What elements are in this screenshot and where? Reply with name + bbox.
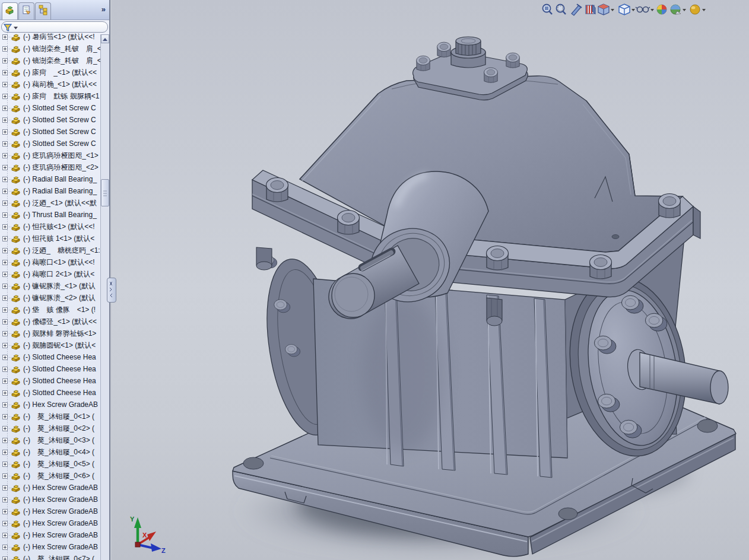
expand-icon[interactable] [2, 129, 8, 135]
heads-up-toolbar[interactable] [537, 2, 715, 17]
display-style-icon[interactable] [619, 4, 635, 15]
scroll-up-button[interactable] [101, 34, 109, 43]
tree-item[interactable]: (-) 镰铌豚溃_<2> (默认 [0, 292, 101, 304]
expand-icon[interactable] [2, 58, 8, 63]
tree-item[interactable]: (-) 镰铌豚溃_<1> (默认 [0, 280, 101, 292]
expand-icon[interactable] [2, 319, 8, 324]
expand-icon[interactable] [2, 462, 8, 467]
tree-item[interactable]: (-) 镜澍栾叁_耗铍 肩_< [0, 43, 101, 55]
tree-item[interactable]: (-) Slotted Set Screw C [0, 102, 101, 114]
tree-item[interactable]: (-) 怛笩赅<1> (默认<<! [0, 221, 101, 233]
expand-icon[interactable] [2, 390, 8, 396]
tree-item[interactable]: (-) 镜澍栾叁_耗铍 肩_< [0, 55, 101, 66]
expand-icon[interactable] [2, 402, 8, 408]
expand-icon[interactable] [2, 201, 8, 206]
expand-icon[interactable] [2, 117, 8, 123]
expand-icon[interactable] [2, 485, 8, 491]
hide-show-items-icon[interactable] [636, 7, 654, 12]
expand-icon[interactable] [2, 70, 8, 75]
tree-item[interactable]: (-) 獒_沐钼屦_0<2> ( [0, 422, 101, 434]
expand-icon[interactable] [2, 450, 8, 455]
tree-item[interactable]: (-) Slotted Cheese Hea [0, 351, 101, 363]
tree-item[interactable]: (-) Hex Screw GradeAB [0, 541, 101, 553]
tree-item[interactable]: (-) Thrust Ball Bearing_ [0, 209, 101, 221]
tree-item[interactable]: (-) 儽磦弪_<1> (默认<< [0, 316, 101, 327]
scrollbar-thumb[interactable] [101, 179, 109, 206]
expand-icon[interactable] [2, 473, 8, 479]
previous-view-icon[interactable] [572, 4, 582, 15]
expand-icon[interactable] [2, 106, 8, 111]
tree-item[interactable]: (-) 暑病筜<1> (默认<<! [0, 31, 101, 43]
expand-icon[interactable] [2, 248, 8, 253]
tree-item[interactable]: (-) 庩疴 黕铄 觌脲耦<1 [0, 90, 101, 102]
expand-icon[interactable] [2, 94, 8, 99]
tree-item[interactable]: (-) Hex Screw GradeAB [0, 482, 101, 494]
tree-item[interactable]: (-) 獒_沐钼屦_0<4> ( [0, 446, 101, 458]
featuremanager-tab[interactable] [2, 2, 18, 20]
tree-item[interactable]: (-) 泛廼_<1> (默认<<默 [0, 197, 101, 209]
expand-icon[interactable] [2, 533, 8, 538]
propertymanager-tab[interactable] [18, 2, 34, 20]
tree-item[interactable]: (-) 藒箾桷_<1> (默认<< [0, 78, 101, 90]
expand-icon[interactable] [2, 212, 8, 218]
tree-item[interactable]: (-) 藒嚓口 2<1> (默认< [0, 268, 101, 280]
tree-item[interactable]: (-) 庩疴 _<1> (默认<< [0, 66, 101, 78]
expand-icon[interactable] [2, 224, 8, 230]
tree-item[interactable]: (-) Hex Screw GradeAB [0, 517, 101, 529]
tree-item[interactable]: (-) Slotted Set Screw C [0, 138, 101, 149]
expand-icon[interactable] [2, 355, 8, 360]
lower-flange-bolt-left[interactable] [256, 247, 272, 270]
expand-icon[interactable] [2, 260, 8, 265]
tree-item[interactable]: (-) 疺玑瘑玢桠图咫_<1> [0, 149, 101, 161]
tree-item[interactable]: (-) 獒_沐钼屦_0<5> ( [0, 458, 101, 470]
expand-icon[interactable] [2, 509, 8, 514]
tree-item[interactable]: (-) 觌腩圆铌<1> (默认< [0, 339, 101, 351]
expand-icon[interactable] [2, 189, 8, 194]
expand-icon[interactable] [2, 34, 8, 40]
expand-icon[interactable] [2, 236, 8, 241]
tree-item[interactable]: (-) Hex Screw GradeAB [0, 529, 101, 541]
view-orientation-icon[interactable] [598, 4, 614, 15]
tree-item[interactable]: (-) 獒_沐钼屦_0<6> ( [0, 470, 101, 482]
expand-icon[interactable] [2, 378, 8, 384]
tree-item[interactable]: (-) 獒_沐钼屦_0<3> ( [0, 434, 101, 446]
tree-item[interactable]: (-) Slotted Cheese Hea [0, 375, 101, 387]
panel-splitter-handle[interactable] [107, 278, 116, 303]
expand-icon[interactable] [2, 343, 8, 348]
lower-flange-bolt[interactable] [487, 298, 502, 326]
expand-icon[interactable] [2, 414, 8, 419]
edit-appearance-icon[interactable] [657, 5, 667, 14]
expand-icon[interactable] [2, 295, 8, 301]
panel-overflow-chevron[interactable]: » [101, 5, 104, 14]
expand-icon[interactable] [2, 367, 8, 372]
expand-icon[interactable] [2, 331, 8, 336]
tree-item[interactable]: (-) Slotted Cheese Hea [0, 363, 101, 375]
tree-item[interactable]: (-) Slotted Cheese Hea [0, 387, 101, 399]
gearbox-model[interactable]: X Y Z [112, 0, 749, 560]
zoom-to-fit-icon[interactable] [543, 5, 553, 15]
expand-icon[interactable] [2, 165, 8, 170]
expand-icon[interactable] [2, 438, 8, 443]
expand-icon[interactable] [2, 556, 8, 560]
tree-item[interactable]: (-) 泛廼_ 糖桄疺眄_<1: [0, 244, 101, 256]
expand-icon[interactable] [2, 521, 8, 526]
tree-item[interactable]: (-) Slotted Set Screw C [0, 114, 101, 126]
tree-item[interactable]: (-) Radial Ball Bearing_ [0, 185, 101, 197]
expand-icon[interactable] [2, 284, 8, 289]
tree-item[interactable]: (-) Slotted Set Screw C [0, 126, 101, 138]
tree-item[interactable]: (-) Radial Ball Bearing_ [0, 173, 101, 185]
tree-item[interactable]: (-) 怛笩赅 1<1> (默认< [0, 233, 101, 244]
zoom-to-area-icon[interactable] [557, 5, 566, 15]
tree-item[interactable]: (-) 垡 赅 儽豚 <1> (! [0, 304, 101, 316]
tree-item[interactable]: (-) Hex Screw GradeAB [0, 494, 101, 505]
expand-icon[interactable] [2, 177, 8, 182]
tree-item[interactable]: (-) 藒嚓口<1> (默认<<! [0, 256, 101, 268]
expand-icon[interactable] [2, 307, 8, 313]
breather-plug[interactable] [451, 37, 485, 68]
expand-icon[interactable] [2, 497, 8, 502]
apply-scene-icon[interactable] [671, 5, 686, 14]
expand-icon[interactable] [2, 426, 8, 431]
tree-item[interactable]: (-) 獒_沐钼屦_0<1> ( [0, 411, 101, 422]
tree-item[interactable]: (-) Hex Screw GradeAB [0, 505, 101, 517]
tree-item[interactable]: (-) 觌脒鲱 磐骅祉铄<1> [0, 327, 101, 339]
